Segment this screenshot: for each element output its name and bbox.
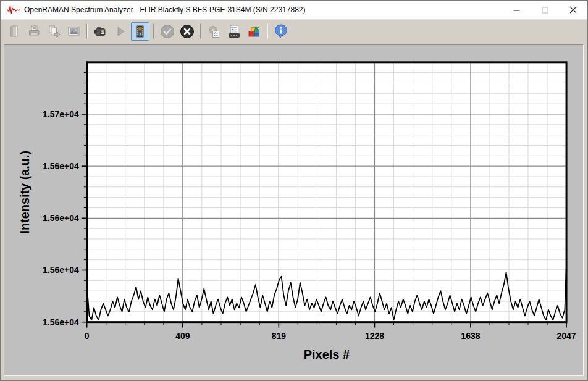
y-axis-title: Intensity (a.u.): [18, 151, 32, 233]
toolbar-button-acquisition-settings[interactable]: [225, 22, 243, 41]
app-logo-icon: [7, 4, 20, 15]
maximize-button[interactable]: [531, 1, 559, 19]
toolbar-button-color-blocks[interactable]: [245, 22, 263, 41]
book-icon: [7, 24, 22, 39]
app-window: OpenRAMAN Spectrum Analyzer - FLIR Black…: [0, 0, 588, 381]
window-controls: [502, 1, 587, 19]
toolbar-separator: [153, 24, 154, 39]
svg-text:0: 0: [85, 331, 90, 341]
toolbar-button-about[interactable]: [272, 22, 290, 41]
title-bar[interactable]: OpenRAMAN Spectrum Analyzer - FLIR Black…: [1, 1, 587, 20]
svg-text:1.56e+04: 1.56e+04: [43, 213, 79, 223]
toolbar-button-settings[interactable]: [205, 22, 224, 41]
toolbar-button-book[interactable]: [5, 22, 23, 41]
camera-icon: [93, 24, 108, 39]
copy-icon: [46, 24, 61, 39]
svg-text:1638: 1638: [461, 331, 480, 341]
toolbar-button-accept[interactable]: [158, 22, 177, 41]
chart-panel: 04098191228163820471.56e+041.56e+041.56e…: [4, 44, 584, 376]
x-circle-icon: [179, 23, 195, 40]
svg-text:1.56e+04: 1.56e+04: [43, 317, 79, 327]
close-button[interactable]: [559, 1, 587, 19]
film-strip-icon: [133, 24, 148, 39]
gear-checklist-icon: [207, 24, 222, 39]
svg-text:409: 409: [175, 331, 190, 341]
color-blocks-icon: [246, 24, 261, 39]
x-axis-title: Pixels #: [304, 348, 350, 361]
info-icon: [273, 23, 289, 40]
minimize-icon: [513, 7, 520, 14]
toolbar-button-play[interactable]: [111, 22, 130, 41]
close-icon: [569, 6, 577, 14]
minimize-button[interactable]: [502, 1, 531, 19]
toolbar-button-image[interactable]: [64, 22, 83, 41]
toolbar-separator: [200, 24, 201, 39]
image-icon: [66, 24, 81, 39]
plot-background: [87, 62, 566, 322]
svg-text:1.57e+04: 1.57e+04: [43, 109, 79, 119]
device-checklist-icon: [227, 24, 242, 39]
toolbar: [1, 20, 587, 43]
svg-text:2047: 2047: [557, 331, 576, 341]
window-title: OpenRAMAN Spectrum Analyzer - FLIR Black…: [24, 6, 306, 14]
printer-icon: [27, 24, 41, 39]
spectrum-chart: 04098191228163820471.56e+041.56e+041.56e…: [4, 45, 583, 375]
toolbar-button-cancel[interactable]: [178, 22, 196, 41]
svg-text:1.56e+04: 1.56e+04: [43, 161, 79, 171]
client-area: 04098191228163820471.56e+041.56e+041.56e…: [1, 43, 587, 380]
toolbar-button-copy[interactable]: [44, 22, 63, 41]
toolbar-separator: [267, 24, 268, 39]
toolbar-button-printer[interactable]: [25, 22, 43, 41]
check-circle-icon: [159, 23, 175, 40]
svg-text:1228: 1228: [365, 331, 384, 341]
toolbar-button-film-strip[interactable]: [131, 22, 149, 41]
toolbar-separator: [86, 24, 88, 39]
svg-text:1.56e+04: 1.56e+04: [43, 265, 79, 275]
maximize-icon: [542, 7, 548, 14]
toolbar-button-camera[interactable]: [91, 22, 110, 41]
svg-text:819: 819: [272, 331, 287, 341]
play-icon: [113, 24, 128, 39]
